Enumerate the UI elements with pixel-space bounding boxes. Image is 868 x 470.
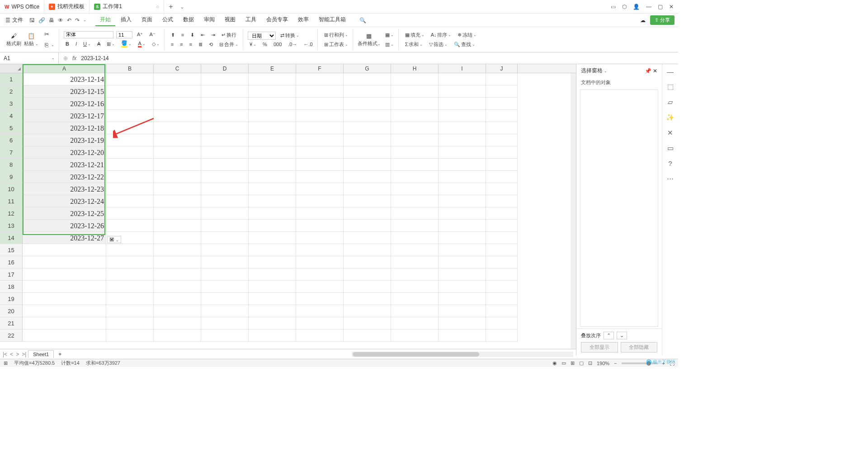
tab-member[interactable]: 会员专享 [262, 14, 292, 26]
cell[interactable] [344, 110, 391, 122]
row-header[interactable]: 5 [0, 122, 23, 134]
cell[interactable] [391, 207, 439, 220]
cell[interactable] [439, 293, 486, 305]
cell[interactable] [106, 317, 154, 329]
sheet-tab-active[interactable]: Sheet1 [28, 350, 54, 358]
merge-cells-button[interactable]: ⊟ 合并⌄ [217, 40, 240, 49]
cell[interactable] [154, 171, 201, 183]
cell[interactable] [296, 195, 344, 207]
cell[interactable]: 2023-12-23 [23, 183, 106, 195]
cell[interactable] [296, 159, 344, 171]
cell[interactable] [201, 98, 249, 110]
col-header-i[interactable]: I [439, 64, 486, 73]
cell[interactable] [296, 122, 344, 134]
cell[interactable] [249, 293, 296, 305]
cell[interactable] [439, 329, 486, 342]
cell[interactable] [486, 171, 518, 183]
last-sheet-button[interactable]: >| [22, 351, 26, 357]
orientation-button[interactable]: ⟲ [207, 41, 215, 48]
fx-icon[interactable]: fx [72, 55, 76, 61]
cell[interactable] [391, 281, 439, 293]
row-header[interactable]: 9 [0, 171, 23, 183]
row-header[interactable]: 20 [0, 305, 23, 317]
autofill-options-button[interactable]: 🗷 ⌄ [107, 236, 121, 243]
cell[interactable] [439, 122, 486, 134]
cell[interactable] [23, 256, 106, 268]
cell[interactable] [391, 122, 439, 134]
cell[interactable] [344, 171, 391, 183]
row-header[interactable]: 12 [0, 207, 23, 220]
cell[interactable] [344, 256, 391, 268]
cell[interactable] [391, 195, 439, 207]
view-eye-icon[interactable]: ◉ [552, 360, 557, 366]
cell[interactable] [344, 146, 391, 159]
cell[interactable] [106, 220, 154, 232]
select-tool-icon[interactable]: ⬚ [667, 83, 674, 91]
fill-color-button[interactable]: 🪣⌄ [119, 39, 133, 48]
cell[interactable] [154, 98, 201, 110]
cell[interactable] [296, 268, 344, 281]
view-break-icon[interactable]: ⊡ [588, 360, 592, 366]
number-format-select[interactable]: 日期 [248, 32, 276, 40]
cell[interactable] [296, 329, 344, 342]
cell[interactable] [201, 232, 249, 244]
cell[interactable] [106, 122, 154, 134]
spreadsheet-grid[interactable]: ◢ A B C D E F G H I J 12023-12-1422023-1… [0, 64, 576, 355]
cell[interactable]: 2023-12-20 [23, 146, 106, 159]
settings-icon[interactable]: ✕ [667, 129, 673, 137]
cell[interactable] [344, 293, 391, 305]
cell-styles-button[interactable]: ▦⌄ [383, 31, 396, 39]
cell[interactable] [201, 281, 249, 293]
cell[interactable] [201, 183, 249, 195]
font-color-button[interactable]: A⌄ [136, 40, 147, 48]
cell[interactable] [344, 305, 391, 317]
tab-page[interactable]: 页面 [137, 14, 157, 26]
cell[interactable] [439, 317, 486, 329]
cell[interactable] [106, 110, 154, 122]
worksheet-button[interactable]: ⊞ 工作表⌄ [322, 40, 350, 49]
add-tab-button[interactable]: + [164, 3, 177, 11]
cell[interactable] [296, 183, 344, 195]
maximize-button[interactable]: ▢ [658, 4, 663, 10]
cell[interactable] [391, 134, 439, 146]
cell[interactable] [154, 183, 201, 195]
col-header-h[interactable]: H [391, 64, 439, 73]
cell[interactable] [106, 329, 154, 342]
close-button[interactable]: ✕ [669, 4, 674, 10]
cell[interactable] [296, 244, 344, 256]
cell[interactable] [106, 268, 154, 281]
cell[interactable] [486, 232, 518, 244]
cell[interactable]: 2023-12-16 [23, 98, 106, 110]
row-header[interactable]: 22 [0, 329, 23, 342]
qat-dropdown[interactable]: ⌄ [83, 18, 86, 22]
cell[interactable] [106, 171, 154, 183]
fill-button[interactable]: ▦ 填充⌄ [403, 31, 426, 39]
cell[interactable] [106, 207, 154, 220]
conditional-format-button[interactable]: ▦条件格式⌄ [358, 33, 381, 47]
cell[interactable] [439, 183, 486, 195]
minimize-button[interactable]: — [646, 4, 651, 10]
cell[interactable] [344, 232, 391, 244]
cell[interactable] [249, 110, 296, 122]
user-avatar-icon[interactable]: 👤 [633, 4, 640, 10]
cell[interactable] [344, 122, 391, 134]
tab-data[interactable]: 数据 [179, 14, 198, 26]
cell[interactable] [344, 73, 391, 85]
cell[interactable] [439, 159, 486, 171]
more-icon[interactable]: ⋯ [667, 174, 674, 183]
share-button[interactable]: ⇧ 分享 [650, 15, 675, 25]
cube-icon[interactable]: ⬡ [622, 4, 627, 10]
cell[interactable] [154, 134, 201, 146]
cell[interactable] [391, 98, 439, 110]
cell[interactable] [344, 317, 391, 329]
cell[interactable] [249, 98, 296, 110]
filter-button[interactable]: ▽ 筛选⌄ [427, 40, 449, 49]
currency-button[interactable]: ¥⌄ [248, 41, 258, 48]
row-header[interactable]: 3 [0, 98, 23, 110]
cell[interactable] [296, 317, 344, 329]
italic-button[interactable]: I [74, 40, 79, 47]
paste-button[interactable]: 📋粘贴 ⌄ [24, 33, 38, 47]
cell[interactable] [391, 244, 439, 256]
row-header[interactable]: 14 [0, 232, 23, 244]
cell[interactable] [439, 232, 486, 244]
